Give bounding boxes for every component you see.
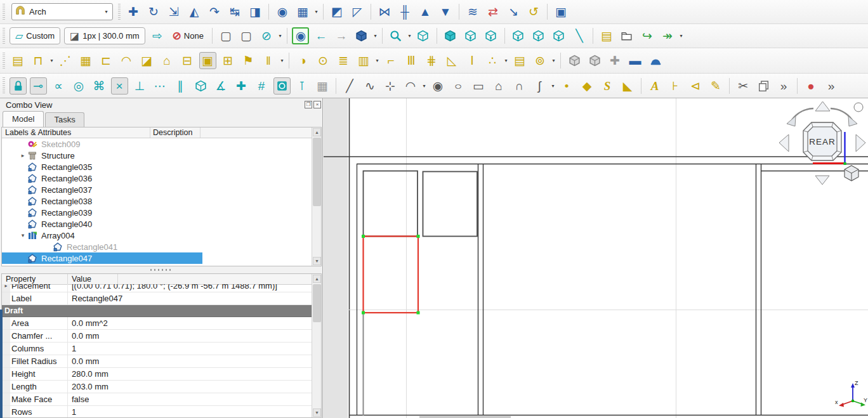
- property-value[interactable]: 1: [68, 344, 76, 353]
- arch-remove-icon[interactable]: ▬: [627, 52, 644, 69]
- draft-rotate-icon[interactable]: ↻: [145, 3, 162, 20]
- arch-pin-icon[interactable]: ⚑: [240, 52, 257, 69]
- grid-spacing-icon[interactable]: ▦: [314, 77, 331, 95]
- constraints-more-icon[interactable]: ⋯: [152, 77, 169, 95]
- arch-survey-icon[interactable]: [647, 52, 664, 69]
- nav-down-icon[interactable]: [815, 176, 829, 185]
- constraint-concentric-icon[interactable]: ◎: [70, 77, 88, 95]
- arch-stairs-icon[interactable]: ≣: [335, 52, 352, 69]
- sketch-polygon-icon[interactable]: ⌂: [490, 77, 508, 95]
- property-value[interactable]: 203.0 mm: [68, 382, 109, 391]
- float-panel-icon[interactable]: ❐: [305, 101, 312, 108]
- property-value[interactable]: 0.0 mm^2: [68, 318, 108, 328]
- draft-draft2sketch-icon[interactable]: ◸: [349, 3, 366, 20]
- arch-equipment-icon[interactable]: ⌐: [383, 52, 400, 69]
- sketch-rectangle-icon[interactable]: ▭: [470, 77, 487, 95]
- tree-scrollbar[interactable]: ▲ ▼: [312, 127, 321, 266]
- sketch-line-icon[interactable]: ╱: [341, 77, 358, 95]
- property-scrollbar[interactable]: ▲ ▼: [312, 274, 321, 417]
- toolbar-grip[interactable]: [3, 77, 5, 94]
- selected-rectangle-outline[interactable]: [364, 237, 419, 313]
- sketch-lock-icon[interactable]: [10, 77, 27, 95]
- dimension-icon[interactable]: ⊦: [667, 77, 684, 95]
- sketch-hatch-icon[interactable]: ◣: [619, 77, 636, 95]
- rotate-right-arrow-icon[interactable]: [848, 116, 857, 126]
- property-row-rows[interactable]: Rows1: [2, 406, 312, 417]
- vertex-handle[interactable]: [362, 311, 365, 315]
- draft-split-icon[interactable]: ╫: [397, 3, 414, 20]
- draft-upgrade-icon[interactable]: ▲: [417, 3, 434, 20]
- scroll-up-icon[interactable]: ▲: [313, 275, 321, 283]
- arch-project-icon[interactable]: ◠: [118, 52, 135, 69]
- constraint-symmetric-icon[interactable]: ⌘: [91, 77, 108, 95]
- property-row-make-face[interactable]: Make Facefalse: [2, 393, 312, 406]
- tree-item-rectangle035[interactable]: Rectangle035: [2, 161, 312, 173]
- draft-join-icon[interactable]: ⋈: [376, 3, 393, 20]
- constraint-tangent-icon[interactable]: ∡: [213, 77, 230, 95]
- arch-window-icon[interactable]: ⊞: [220, 52, 237, 69]
- autogroup-button[interactable]: ⊘None: [173, 29, 204, 42]
- nav-reset-icon[interactable]: [854, 103, 863, 112]
- property-value[interactable]: 280.0 mm: [68, 369, 109, 379]
- property-section-draft[interactable]: Draft: [2, 305, 312, 317]
- sketch-leave-icon[interactable]: ⊸: [30, 77, 47, 95]
- tab-tasks[interactable]: Tasks: [45, 112, 84, 127]
- draft-offset-icon[interactable]: ↷: [206, 3, 223, 20]
- arch-fence-icon[interactable]: ⋕: [423, 52, 440, 69]
- nav-right-icon[interactable]: [856, 134, 865, 152]
- expander-icon[interactable]: ▸: [18, 152, 27, 159]
- clipping-plane-icon[interactable]: ⊘: [258, 27, 275, 44]
- draft-linewidth-button[interactable]: ◪1px | 300.0 mm: [64, 27, 145, 44]
- layers-icon[interactable]: ▤: [598, 27, 615, 44]
- sketch-slot-icon[interactable]: ∩: [511, 77, 528, 95]
- sketch-spline-icon[interactable]: S: [599, 77, 616, 95]
- property-row-length[interactable]: Length203.0 mm: [2, 381, 312, 393]
- property-row-area[interactable]: Area0.0 mm^2: [2, 317, 312, 330]
- draft-mirror-icon[interactable]: ◭: [186, 3, 203, 20]
- nav-left-icon[interactable]: [779, 134, 789, 152]
- tree-item-sketch009[interactable]: Sketch009: [2, 138, 312, 150]
- view-axonometric-icon[interactable]: [414, 27, 431, 44]
- toolbar-grip[interactable]: [3, 53, 5, 69]
- sketch-bspline-icon[interactable]: ∫: [531, 77, 548, 95]
- constraint-parallel-icon[interactable]: ∥: [172, 77, 189, 95]
- nav-up-icon[interactable]: [815, 101, 830, 111]
- make-sublink-icon[interactable]: ↠: [659, 27, 676, 44]
- arch-axis-icon[interactable]: ◑: [294, 52, 312, 69]
- arch-panel-icon[interactable]: ◪: [138, 52, 155, 69]
- macro-record-icon[interactable]: ●: [803, 77, 820, 95]
- dropdown-arrow-icon[interactable]: ▾: [549, 83, 556, 89]
- draft-trimex-icon[interactable]: ↹: [227, 3, 244, 20]
- vertex-handle[interactable]: [362, 235, 365, 238]
- draft-downgrade-icon[interactable]: ▼: [437, 3, 454, 20]
- arch-add-component-icon[interactable]: [566, 52, 583, 69]
- box-element-selection-icon[interactable]: ▢: [217, 27, 234, 44]
- tree-item-rectangle036[interactable]: Rectangle036: [2, 173, 312, 184]
- make-link-icon[interactable]: ↪: [638, 27, 655, 44]
- dropdown-arrow-icon[interactable]: ▾: [503, 58, 510, 63]
- draft-slope-icon[interactable]: ↘: [505, 3, 522, 20]
- property-value[interactable]: Rectangle047: [68, 294, 122, 303]
- cut-icon[interactable]: ✂: [735, 77, 752, 95]
- draft-autogroup-icon[interactable]: ↺: [525, 3, 542, 20]
- arch-structure-icon[interactable]: ⊓: [30, 52, 47, 69]
- grid-icon[interactable]: #: [253, 77, 270, 95]
- nav-cube-face-label[interactable]: REAR: [809, 137, 836, 147]
- tree-item-rectangle037[interactable]: Rectangle037: [2, 184, 312, 195]
- tree-scrollbar-thumb[interactable]: [313, 138, 321, 206]
- constraint-perpendicular-icon[interactable]: ⊥: [131, 77, 148, 95]
- view-bottom-icon[interactable]: [530, 27, 547, 44]
- constraint-coincident-icon[interactable]: ✚: [233, 77, 250, 95]
- splitter-handle[interactable]: [150, 269, 173, 271]
- arch-wall-icon[interactable]: ▤: [10, 52, 27, 69]
- close-panel-icon[interactable]: ×: [313, 101, 321, 108]
- view-top-icon[interactable]: [462, 27, 479, 44]
- arch-rebar-icon[interactable]: ⋰: [57, 52, 74, 69]
- draft-edit-icon[interactable]: ◉: [274, 3, 291, 20]
- measure-icon[interactable]: ╲: [570, 27, 588, 44]
- arch-curtainwall-icon[interactable]: ▦: [77, 52, 95, 69]
- sketch-construction-icon[interactable]: ⊹: [382, 77, 399, 95]
- property-value[interactable]: false: [68, 395, 89, 404]
- sketch-polyline-icon[interactable]: ∿: [362, 77, 379, 95]
- arch-add-icon[interactable]: ✚: [607, 52, 624, 69]
